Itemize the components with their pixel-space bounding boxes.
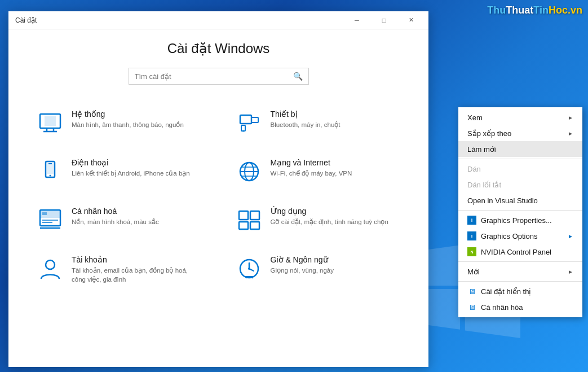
svg-point-28 xyxy=(46,260,55,269)
ctx-item-lammoi[interactable]: Làm mới xyxy=(458,141,582,157)
minimize-button[interactable]: ─ xyxy=(344,11,370,29)
ctx-label-visualstudio: Open in Visual Studio xyxy=(467,196,538,205)
ctx-divider-1 xyxy=(458,159,582,159)
ctx-label-personalize: Cá nhân hóa xyxy=(481,303,523,312)
device-icon xyxy=(236,110,263,137)
settings-item-phone[interactable]: Điện thoại Liên kết thiết bị Android, iP… xyxy=(31,150,207,193)
system-icon xyxy=(37,110,64,137)
ctx-item-display-settings[interactable]: 🖥 Cài đặt hiển thị xyxy=(458,283,582,299)
maximize-button[interactable]: □ xyxy=(371,11,397,29)
network-icon xyxy=(236,158,263,185)
ctx-label-danloi: Dán lối tắt xyxy=(467,181,501,189)
network-text: Mạng và Internet Wi-Fi, chế độ máy bay, … xyxy=(271,158,352,178)
settings-title: Cài đặt Windows xyxy=(31,41,406,56)
watermark-hoc: Hoc.vn xyxy=(549,5,582,16)
phone-text: Điện thoại Liên kết thiết bị Android, iP… xyxy=(72,158,190,178)
close-button[interactable]: ✕ xyxy=(398,11,424,29)
ctx-label-graphics-options: Graphics Options xyxy=(481,232,537,240)
ctx-divider-3 xyxy=(458,261,582,262)
ctx-label-sapxep: Sắp xếp theo xyxy=(467,129,511,138)
search-input[interactable] xyxy=(135,72,293,81)
settings-item-device[interactable]: Thiết bị Bluetooth, máy in, chuột xyxy=(230,102,406,145)
svg-rect-24 xyxy=(239,211,248,220)
time-text: Giờ & Ngôn ngữ Giọng nói, vùng, ngày xyxy=(271,255,334,275)
ctx-item-dan: Dán xyxy=(458,161,582,177)
settings-item-time[interactable]: Giờ & Ngôn ngữ Giọng nói, vùng, ngày xyxy=(230,247,406,292)
ctx-item-personalize[interactable]: 🖥 Cá nhân hóa xyxy=(458,299,582,315)
personalize-text: Cá nhân hoá Nền, màn hình khoá, màu sắc xyxy=(72,207,159,226)
svg-rect-6 xyxy=(251,117,258,122)
search-box: 🔍 xyxy=(129,68,309,85)
ctx-label-xem: Xem xyxy=(467,113,483,122)
ctx-item-moi[interactable]: Mới ► xyxy=(458,264,582,279)
ctx-arrow-sapxep: ► xyxy=(568,130,573,137)
phone-icon xyxy=(37,158,64,185)
settings-content: Cài đặt Windows 🔍 Hệ xyxy=(8,29,428,367)
ctx-label-nvidia: NVIDIA Control Panel xyxy=(481,248,551,256)
ctx-label-graphics-properties: Graphics Properties... xyxy=(481,216,552,225)
watermark-thu: Thu xyxy=(487,5,506,16)
ctx-item-sapxep[interactable]: Sắp xếp theo ► xyxy=(458,125,582,141)
svg-rect-27 xyxy=(250,222,259,229)
ctx-item-graphics-properties[interactable]: i Graphics Properties... xyxy=(458,212,582,228)
display-icon: 🖥 xyxy=(467,287,476,296)
apps-icon xyxy=(236,207,263,234)
account-text: Tài khoản Tài khoản, email của bạn, đồng… xyxy=(72,255,202,284)
ctx-divider-2 xyxy=(458,210,582,211)
ctx-arrow-xem: ► xyxy=(568,115,573,121)
settings-window: Cài đặt ─ □ ✕ Cài đặt Windows 🔍 xyxy=(8,11,428,367)
intel-icon-2: i xyxy=(467,231,476,240)
settings-grid: Hệ thống Màn hình, âm thanh, thông báo, … xyxy=(31,102,406,292)
window-title: Cài đặt xyxy=(13,16,344,24)
system-text: Hệ thống Màn hình, âm thanh, thông báo, … xyxy=(72,110,184,129)
settings-item-apps[interactable]: Ứng dụng Gỡ cài đặt, mặc định, tính năng… xyxy=(230,199,406,242)
search-icon: 🔍 xyxy=(293,72,303,81)
svg-rect-5 xyxy=(240,115,251,124)
apps-text: Ứng dụng Gỡ cài đặt, mặc định, tính năng… xyxy=(271,207,388,226)
ctx-arrow-graphics-options: ► xyxy=(568,233,573,239)
svg-rect-26 xyxy=(239,222,248,229)
ctx-label-lammoi: Làm mới xyxy=(467,145,496,154)
ctx-item-graphics-options[interactable]: i Graphics Options ► xyxy=(458,228,582,244)
svg-point-8 xyxy=(242,130,244,132)
watermark-thuat: Thuat xyxy=(506,5,533,16)
nvidia-icon: N xyxy=(467,247,476,256)
watermark-tin: Tin xyxy=(533,5,549,16)
svg-rect-21 xyxy=(42,212,47,215)
intel-icon-1: i xyxy=(467,216,476,225)
context-menu: Xem ► Sắp xếp theo ► Làm mới Dán Dán lối… xyxy=(458,107,582,317)
ctx-item-xem[interactable]: Xem ► xyxy=(458,110,582,125)
settings-item-network[interactable]: Mạng và Internet Wi-Fi, chế độ máy bay, … xyxy=(230,150,406,193)
svg-point-11 xyxy=(50,175,51,177)
settings-item-account[interactable]: Tài khoản Tài khoản, email của bạn, đồng… xyxy=(31,247,207,292)
ctx-item-danloi: Dán lối tắt xyxy=(458,177,582,192)
personalize-icon xyxy=(37,207,64,234)
device-text: Thiết bị Bluetooth, máy in, chuột xyxy=(271,110,341,129)
personalize-ctx-icon: 🖥 xyxy=(467,303,476,312)
title-bar-controls: ─ □ ✕ xyxy=(344,11,424,29)
svg-rect-1 xyxy=(45,116,56,126)
title-bar: Cài đặt ─ □ ✕ xyxy=(8,11,428,29)
ctx-label-dan: Dán xyxy=(467,165,481,173)
svg-point-32 xyxy=(248,268,250,270)
ctx-label-display-settings: Cài đặt hiển thị xyxy=(481,287,531,296)
account-icon xyxy=(37,255,64,282)
ctx-label-moi: Mới xyxy=(467,268,480,276)
ctx-item-nvidia[interactable]: N NVIDIA Control Panel xyxy=(458,244,582,260)
ctx-arrow-moi: ► xyxy=(568,269,573,275)
settings-item-personalize[interactable]: Cá nhân hoá Nền, màn hình khoá, màu sắc xyxy=(31,199,207,242)
ctx-item-visualstudio[interactable]: Open in Visual Studio xyxy=(458,192,582,208)
ctx-divider-4 xyxy=(458,281,582,282)
time-icon xyxy=(236,255,263,282)
settings-item-system[interactable]: Hệ thống Màn hình, âm thanh, thông báo, … xyxy=(31,102,207,145)
svg-rect-25 xyxy=(250,211,259,220)
watermark: ThuThuatTinHoc.vn xyxy=(487,5,582,16)
